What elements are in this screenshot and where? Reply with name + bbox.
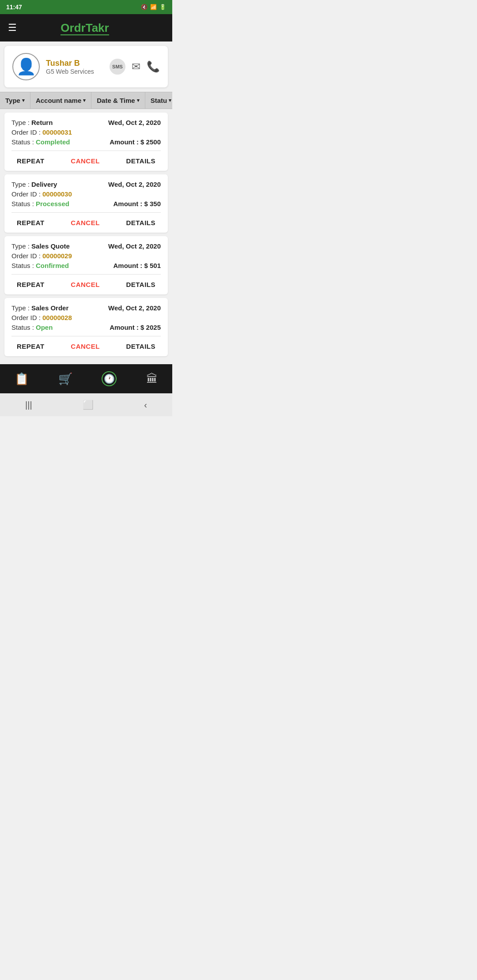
- col-header-datetime[interactable]: Date & Time ▾: [91, 92, 145, 109]
- col-header-status[interactable]: Statu ▾: [145, 92, 172, 109]
- order-amount: Amount : $ 2500: [110, 138, 161, 146]
- order-type: Type : Sales Order: [11, 304, 68, 312]
- orders-icon: 📋: [15, 372, 29, 386]
- clock-icon: 🕐: [102, 371, 117, 386]
- chevron-down-icon: ▾: [137, 98, 140, 103]
- order-amount: Amount : $ 501: [113, 262, 161, 270]
- order-id: Order ID : 00000030: [11, 190, 72, 198]
- order-card: Type : Sales Quote Wed, Oct 2, 2020 Orde…: [4, 236, 168, 294]
- chevron-down-icon: ▾: [22, 98, 25, 103]
- app-logo: OrdrTakr: [61, 21, 109, 35]
- order-actions: REPEAT CANCEL DETAILS: [11, 336, 161, 356]
- order-row-status: Status : Confirmed Amount : $ 501: [11, 262, 161, 270]
- order-row-id: Order ID : 00000031: [11, 128, 161, 136]
- orders-list: Type : Return Wed, Oct 2, 2020 Order ID …: [0, 109, 172, 360]
- order-type: Type : Sales Quote: [11, 242, 70, 250]
- order-id: Order ID : 00000028: [11, 314, 72, 322]
- nav-item-clock[interactable]: 🕐: [94, 369, 125, 388]
- battery-icon: 🔋: [159, 4, 166, 10]
- bottom-nav: 📋 🛒 🕐 🏛: [0, 364, 172, 393]
- order-amount: Amount : $ 350: [113, 200, 161, 208]
- cancel-button[interactable]: CANCEL: [67, 155, 103, 166]
- wifi-icon: 📶: [150, 4, 157, 10]
- repeat-button[interactable]: REPEAT: [13, 279, 48, 290]
- details-button[interactable]: DETAILS: [122, 217, 159, 228]
- order-row-type: Type : Return Wed, Oct 2, 2020: [11, 119, 161, 127]
- order-row-type: Type : Sales Quote Wed, Oct 2, 2020: [11, 242, 161, 250]
- order-card: Type : Sales Order Wed, Oct 2, 2020 Orde…: [4, 298, 168, 356]
- order-row-id: Order ID : 00000029: [11, 252, 161, 260]
- col-header-type[interactable]: Type ▾: [0, 92, 30, 109]
- avatar: 👤: [12, 53, 40, 80]
- order-status: Status : Processed: [11, 200, 69, 208]
- order-card: Type : Delivery Wed, Oct 2, 2020 Order I…: [4, 174, 168, 233]
- order-date: Wed, Oct 2, 2020: [108, 304, 161, 312]
- sms-button[interactable]: SMS: [110, 59, 125, 75]
- order-type: Type : Delivery: [11, 181, 57, 188]
- android-home-icon[interactable]: ⬜: [83, 400, 94, 410]
- avatar-icon: 👤: [16, 57, 36, 76]
- order-id: Order ID : 00000031: [11, 128, 72, 136]
- order-id: Order ID : 00000029: [11, 252, 72, 260]
- profile-name: Tushar B: [46, 59, 103, 68]
- repeat-button[interactable]: REPEAT: [13, 341, 48, 352]
- profile-company: G5 Web Services: [46, 68, 103, 75]
- chevron-down-icon: ▾: [83, 98, 86, 103]
- nav-item-orders[interactable]: 📋: [7, 370, 37, 388]
- profile-card: 👤 Tushar B G5 Web Services SMS ✉ 📞: [4, 46, 168, 87]
- order-status: Status : Confirmed: [11, 262, 69, 270]
- logo-text-t: T: [86, 21, 92, 35]
- order-row-status: Status : Processed Amount : $ 350: [11, 200, 161, 208]
- android-back-icon[interactable]: |||: [25, 400, 32, 410]
- details-button[interactable]: DETAILS: [122, 341, 159, 352]
- details-button[interactable]: DETAILS: [122, 155, 159, 166]
- profile-info: Tushar B G5 Web Services: [46, 59, 103, 75]
- nav-item-cart[interactable]: 🛒: [50, 370, 80, 388]
- status-icons: 🔇 📶 🔋: [141, 4, 166, 10]
- cancel-button[interactable]: CANCEL: [67, 279, 103, 290]
- order-date: Wed, Oct 2, 2020: [108, 119, 161, 126]
- order-type: Type : Return: [11, 119, 53, 127]
- app-header: ☰ OrdrTakr: [0, 14, 172, 41]
- menu-button[interactable]: ☰: [8, 22, 17, 34]
- order-status: Status : Completed: [11, 138, 70, 146]
- chevron-down-icon: ▾: [169, 98, 171, 103]
- android-nav-bar: ||| ⬜ ‹: [0, 393, 172, 416]
- android-recents-icon[interactable]: ‹: [144, 400, 147, 410]
- repeat-button[interactable]: REPEAT: [13, 155, 48, 166]
- logo-text-ordr: Ordr: [61, 21, 85, 35]
- status-time: 11:47: [6, 4, 22, 11]
- order-actions: REPEAT CANCEL DETAILS: [11, 151, 161, 171]
- order-status: Status : Open: [11, 324, 53, 332]
- order-row-id: Order ID : 00000028: [11, 314, 161, 322]
- order-date: Wed, Oct 2, 2020: [108, 181, 161, 188]
- cart-icon: 🛒: [58, 372, 72, 386]
- order-row-type: Type : Delivery Wed, Oct 2, 2020: [11, 181, 161, 188]
- cancel-button[interactable]: CANCEL: [67, 341, 103, 352]
- logo-text-akr: akr: [92, 21, 109, 35]
- order-row-type: Type : Sales Order Wed, Oct 2, 2020: [11, 304, 161, 312]
- column-headers: Type ▾ Account name ▾ Date & Time ▾ Stat…: [0, 92, 172, 109]
- order-date: Wed, Oct 2, 2020: [108, 242, 161, 250]
- order-amount: Amount : $ 2025: [110, 324, 161, 332]
- status-bar: 11:47 🔇 📶 🔋: [0, 0, 172, 14]
- profile-actions: SMS ✉ 📞: [110, 59, 160, 75]
- order-card: Type : Return Wed, Oct 2, 2020 Order ID …: [4, 113, 168, 171]
- order-row-status: Status : Open Amount : $ 2025: [11, 324, 161, 332]
- repeat-button[interactable]: REPEAT: [13, 217, 48, 228]
- phone-button[interactable]: 📞: [147, 60, 160, 73]
- email-button[interactable]: ✉: [132, 60, 140, 73]
- cancel-button[interactable]: CANCEL: [67, 217, 103, 228]
- mute-icon: 🔇: [141, 4, 148, 10]
- order-actions: REPEAT CANCEL DETAILS: [11, 275, 161, 294]
- order-row-status: Status : Completed Amount : $ 2500: [11, 138, 161, 146]
- order-actions: REPEAT CANCEL DETAILS: [11, 213, 161, 233]
- col-header-account[interactable]: Account name ▾: [30, 92, 91, 109]
- nav-item-home[interactable]: 🏛: [138, 370, 166, 388]
- details-button[interactable]: DETAILS: [122, 279, 159, 290]
- order-row-id: Order ID : 00000030: [11, 190, 161, 198]
- home-icon: 🏛: [146, 372, 158, 386]
